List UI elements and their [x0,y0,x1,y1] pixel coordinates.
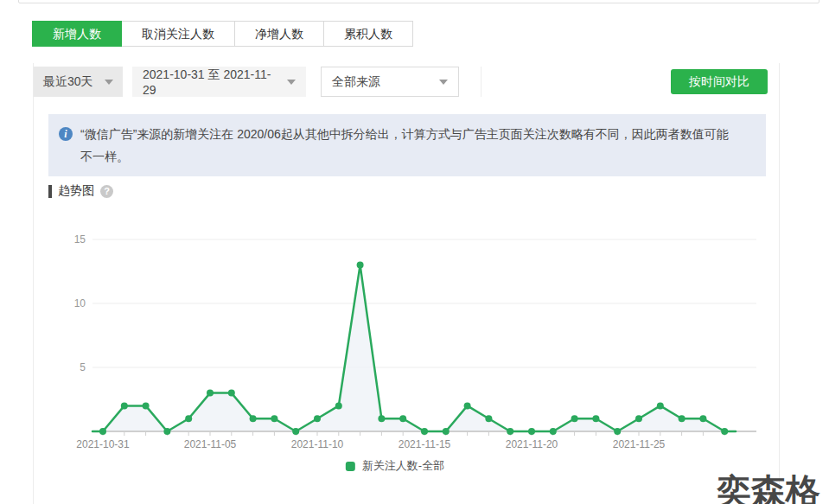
data-point[interactable] [507,428,513,435]
data-point[interactable] [721,428,728,435]
notice-text: “微信广告”来源的新增关注在 2020/06起从其他中拆分给出，计算方式与广告主… [80,127,729,163]
section-title-bar [48,185,52,198]
date-range-label: 2021-10-31 至 2021-11-29 [143,67,280,97]
chevron-down-icon [287,80,296,85]
data-point[interactable] [528,428,535,435]
legend-series-label: 新关注人数-全部 [362,458,444,474]
data-point[interactable] [635,415,642,422]
data-point[interactable] [185,415,192,422]
data-point[interactable] [228,390,235,397]
metric-tabs: 新增人数 取消关注人数 净增人数 累积人数 [33,21,413,47]
data-point[interactable] [443,428,450,435]
data-point[interactable] [592,415,599,422]
compare-by-time-button[interactable]: 按时间对比 [671,69,768,94]
tab-unfollowers[interactable]: 取消关注人数 [121,21,235,47]
legend-item[interactable]: 新关注人数-全部 [346,458,444,474]
data-point[interactable] [271,415,277,422]
y-axis-tick-label: 5 [80,361,86,373]
filter-separator [481,67,481,97]
info-icon: i [59,127,73,141]
data-point[interactable] [378,415,385,422]
x-axis-tick-label: 2021-10-31 [76,438,130,450]
tab-cumulative[interactable]: 累积人数 [323,21,413,47]
data-point[interactable] [99,428,106,435]
data-point[interactable] [292,428,299,435]
series-line [92,265,736,431]
data-point[interactable] [485,415,492,422]
data-point[interactable] [143,402,150,409]
x-axis-tick-label: 2021-11-20 [506,438,558,450]
series-area-fill [92,265,736,431]
x-axis-tick-label: 2021-11-15 [399,438,451,450]
data-point[interactable] [679,415,686,422]
data-point[interactable] [314,415,321,422]
time-range-dropdown[interactable]: 最近30天 [34,67,123,97]
data-point[interactable] [250,415,257,422]
data-point[interactable] [399,415,406,422]
help-icon[interactable]: ? [100,185,113,198]
cutoff-panel-above [18,0,819,3]
data-point[interactable] [657,402,664,409]
legend-series-marker [346,462,355,471]
time-range-label: 最近30天 [43,74,93,90]
source-label: 全部来源 [332,74,380,90]
data-point[interactable] [614,428,621,435]
data-point[interactable] [464,402,471,409]
data-point[interactable] [121,402,128,409]
x-axis-tick-label: 2021-11-25 [613,438,666,450]
chevron-down-icon [105,80,113,85]
tab-net-growth[interactable]: 净增人数 [234,21,324,47]
trend-line-chart: 510152021-10-312021-11-052021-11-102021-… [0,216,829,458]
data-point[interactable] [207,390,214,397]
watermark-logo: 奕森格 [717,468,820,504]
data-point[interactable] [357,262,364,269]
source-dropdown[interactable]: 全部来源 [321,67,459,97]
y-axis-tick-label: 15 [74,233,86,246]
notice-banner: i “微信广告”来源的新增关注在 2020/06起从其他中拆分给出，计算方式与广… [48,114,766,176]
data-point[interactable] [335,402,342,409]
x-axis-tick-label: 2021-11-10 [291,438,344,450]
section-header: 趋势图 ? [48,183,113,199]
data-point[interactable] [421,428,428,435]
y-axis-tick-label: 10 [74,297,86,309]
tab-new-followers[interactable]: 新增人数 [32,21,122,47]
data-point[interactable] [550,428,557,435]
chevron-down-icon [439,80,448,85]
data-point[interactable] [699,415,706,422]
x-axis-tick-label: 2021-11-05 [184,438,237,450]
data-point[interactable] [571,415,578,422]
data-point[interactable] [163,428,170,435]
section-title: 趋势图 [58,183,94,199]
date-range-dropdown[interactable]: 2021-10-31 至 2021-11-29 [132,67,306,97]
